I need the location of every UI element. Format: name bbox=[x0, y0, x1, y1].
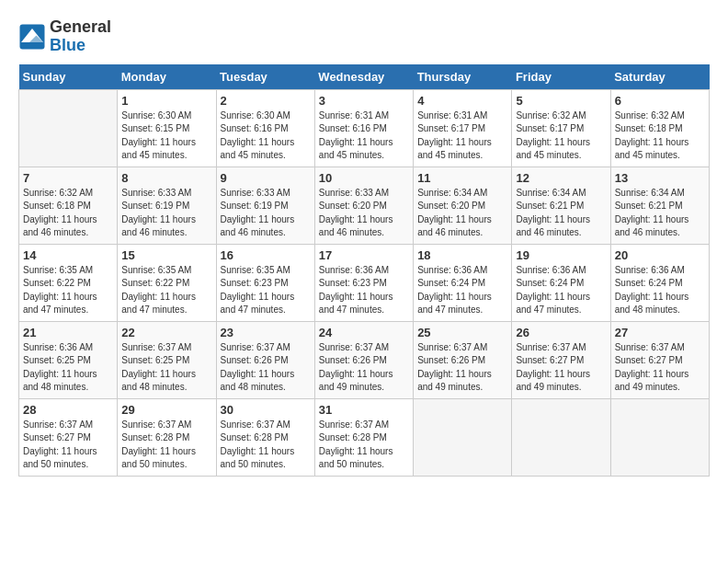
day-info: Sunrise: 6:37 AM Sunset: 6:26 PM Dayligh… bbox=[221, 341, 311, 395]
day-info: Sunrise: 6:32 AM Sunset: 6:18 PM Dayligh… bbox=[615, 109, 705, 163]
day-number: 24 bbox=[319, 326, 409, 339]
page-header: GeneralBlue bbox=[18, 18, 710, 55]
day-info: Sunrise: 6:37 AM Sunset: 6:26 PM Dayligh… bbox=[417, 341, 507, 395]
day-number: 8 bbox=[121, 171, 211, 185]
calendar-cell: 18Sunrise: 6:36 AM Sunset: 6:24 PM Dayli… bbox=[414, 244, 512, 321]
logo-icon bbox=[18, 23, 46, 51]
day-info: Sunrise: 6:33 AM Sunset: 6:19 PM Dayligh… bbox=[121, 187, 211, 240]
day-info: Sunrise: 6:37 AM Sunset: 6:28 PM Dayligh… bbox=[221, 419, 311, 472]
calendar-cell: 6Sunrise: 6:32 AM Sunset: 6:18 PM Daylig… bbox=[610, 89, 709, 167]
calendar-cell: 19Sunrise: 6:36 AM Sunset: 6:24 PM Dayli… bbox=[512, 244, 610, 321]
calendar-cell: 31Sunrise: 6:37 AM Sunset: 6:28 PM Dayli… bbox=[314, 398, 413, 476]
calendar-cell: 24Sunrise: 6:37 AM Sunset: 6:26 PM Dayli… bbox=[314, 321, 413, 398]
calendar-cell: 27Sunrise: 6:37 AM Sunset: 6:27 PM Dayli… bbox=[610, 321, 709, 398]
calendar-cell bbox=[610, 398, 709, 476]
calendar-cell: 9Sunrise: 6:33 AM Sunset: 6:19 PM Daylig… bbox=[216, 167, 314, 244]
calendar-cell: 3Sunrise: 6:31 AM Sunset: 6:16 PM Daylig… bbox=[314, 89, 413, 167]
day-number: 9 bbox=[221, 171, 311, 185]
calendar-cell: 12Sunrise: 6:34 AM Sunset: 6:21 PM Dayli… bbox=[512, 167, 610, 244]
day-info: Sunrise: 6:36 AM Sunset: 6:24 PM Dayligh… bbox=[516, 264, 606, 317]
day-info: Sunrise: 6:33 AM Sunset: 6:20 PM Dayligh… bbox=[319, 187, 409, 240]
day-number: 7 bbox=[23, 171, 113, 185]
day-number: 18 bbox=[417, 248, 507, 262]
calendar-cell: 26Sunrise: 6:37 AM Sunset: 6:27 PM Dayli… bbox=[512, 321, 610, 398]
calendar-cell: 5Sunrise: 6:32 AM Sunset: 6:17 PM Daylig… bbox=[512, 89, 610, 167]
day-number: 16 bbox=[221, 248, 311, 262]
day-info: Sunrise: 6:37 AM Sunset: 6:28 PM Dayligh… bbox=[319, 419, 409, 472]
day-of-week-header: Friday bbox=[512, 64, 610, 90]
calendar-cell: 21Sunrise: 6:36 AM Sunset: 6:25 PM Dayli… bbox=[19, 321, 118, 398]
day-number: 5 bbox=[516, 94, 606, 108]
day-number: 21 bbox=[23, 326, 113, 339]
day-number: 25 bbox=[417, 326, 507, 339]
calendar-cell: 13Sunrise: 6:34 AM Sunset: 6:21 PM Dayli… bbox=[610, 167, 709, 244]
calendar-cell: 2Sunrise: 6:30 AM Sunset: 6:16 PM Daylig… bbox=[216, 89, 314, 167]
day-info: Sunrise: 6:32 AM Sunset: 6:17 PM Dayligh… bbox=[516, 109, 606, 163]
calendar-cell: 10Sunrise: 6:33 AM Sunset: 6:20 PM Dayli… bbox=[314, 167, 413, 244]
calendar-cell: 14Sunrise: 6:35 AM Sunset: 6:22 PM Dayli… bbox=[19, 244, 118, 321]
day-info: Sunrise: 6:32 AM Sunset: 6:18 PM Dayligh… bbox=[23, 187, 113, 240]
day-info: Sunrise: 6:36 AM Sunset: 6:25 PM Dayligh… bbox=[23, 341, 113, 395]
logo-text: GeneralBlue bbox=[50, 18, 111, 55]
day-number: 23 bbox=[221, 326, 311, 339]
day-info: Sunrise: 6:37 AM Sunset: 6:28 PM Dayligh… bbox=[121, 419, 211, 472]
calendar-cell: 28Sunrise: 6:37 AM Sunset: 6:27 PM Dayli… bbox=[19, 398, 118, 476]
calendar-cell bbox=[414, 398, 512, 476]
calendar-cell bbox=[512, 398, 610, 476]
calendar-cell: 4Sunrise: 6:31 AM Sunset: 6:17 PM Daylig… bbox=[414, 89, 512, 167]
day-number: 4 bbox=[417, 94, 507, 108]
calendar-cell: 23Sunrise: 6:37 AM Sunset: 6:26 PM Dayli… bbox=[216, 321, 314, 398]
day-info: Sunrise: 6:30 AM Sunset: 6:16 PM Dayligh… bbox=[221, 109, 311, 163]
day-number: 12 bbox=[516, 171, 606, 185]
day-number: 29 bbox=[121, 403, 211, 417]
day-number: 3 bbox=[319, 94, 409, 108]
calendar-cell: 11Sunrise: 6:34 AM Sunset: 6:20 PM Dayli… bbox=[414, 167, 512, 244]
day-number: 11 bbox=[417, 171, 507, 185]
calendar-cell bbox=[19, 89, 118, 167]
day-info: Sunrise: 6:35 AM Sunset: 6:23 PM Dayligh… bbox=[221, 264, 311, 317]
day-info: Sunrise: 6:37 AM Sunset: 6:27 PM Dayligh… bbox=[615, 341, 705, 395]
calendar-cell: 30Sunrise: 6:37 AM Sunset: 6:28 PM Dayli… bbox=[216, 398, 314, 476]
day-number: 10 bbox=[319, 171, 409, 185]
day-of-week-header: Wednesday bbox=[314, 64, 413, 90]
day-number: 15 bbox=[121, 248, 211, 262]
day-number: 28 bbox=[23, 403, 113, 417]
day-number: 30 bbox=[221, 403, 311, 417]
day-of-week-header: Thursday bbox=[414, 64, 512, 90]
day-info: Sunrise: 6:37 AM Sunset: 6:26 PM Dayligh… bbox=[319, 341, 409, 395]
day-info: Sunrise: 6:37 AM Sunset: 6:27 PM Dayligh… bbox=[23, 419, 113, 472]
day-number: 14 bbox=[23, 248, 113, 262]
day-info: Sunrise: 6:31 AM Sunset: 6:17 PM Dayligh… bbox=[417, 109, 507, 163]
day-number: 31 bbox=[319, 403, 409, 417]
calendar-cell: 16Sunrise: 6:35 AM Sunset: 6:23 PM Dayli… bbox=[216, 244, 314, 321]
day-number: 20 bbox=[615, 248, 705, 262]
day-number: 1 bbox=[121, 94, 211, 108]
day-number: 27 bbox=[615, 326, 705, 339]
calendar-cell: 7Sunrise: 6:32 AM Sunset: 6:18 PM Daylig… bbox=[19, 167, 118, 244]
calendar-cell: 29Sunrise: 6:37 AM Sunset: 6:28 PM Dayli… bbox=[118, 398, 216, 476]
day-of-week-header: Monday bbox=[118, 64, 216, 90]
day-info: Sunrise: 6:36 AM Sunset: 6:24 PM Dayligh… bbox=[615, 264, 705, 317]
day-info: Sunrise: 6:36 AM Sunset: 6:23 PM Dayligh… bbox=[319, 264, 409, 317]
calendar-table: SundayMondayTuesdayWednesdayThursdayFrid… bbox=[18, 64, 710, 477]
day-info: Sunrise: 6:37 AM Sunset: 6:27 PM Dayligh… bbox=[516, 341, 606, 395]
day-of-week-header: Sunday bbox=[19, 64, 118, 90]
day-number: 22 bbox=[121, 326, 211, 339]
day-info: Sunrise: 6:37 AM Sunset: 6:25 PM Dayligh… bbox=[121, 341, 211, 395]
day-number: 13 bbox=[615, 171, 705, 185]
calendar-cell: 20Sunrise: 6:36 AM Sunset: 6:24 PM Dayli… bbox=[610, 244, 709, 321]
calendar-cell: 15Sunrise: 6:35 AM Sunset: 6:22 PM Dayli… bbox=[118, 244, 216, 321]
calendar-cell: 25Sunrise: 6:37 AM Sunset: 6:26 PM Dayli… bbox=[414, 321, 512, 398]
day-info: Sunrise: 6:36 AM Sunset: 6:24 PM Dayligh… bbox=[417, 264, 507, 317]
day-number: 26 bbox=[516, 326, 606, 339]
day-info: Sunrise: 6:33 AM Sunset: 6:19 PM Dayligh… bbox=[221, 187, 311, 240]
day-number: 19 bbox=[516, 248, 606, 262]
day-of-week-header: Tuesday bbox=[216, 64, 314, 90]
calendar-cell: 1Sunrise: 6:30 AM Sunset: 6:15 PM Daylig… bbox=[118, 89, 216, 167]
day-number: 17 bbox=[319, 248, 409, 262]
day-info: Sunrise: 6:35 AM Sunset: 6:22 PM Dayligh… bbox=[23, 264, 113, 317]
logo: GeneralBlue bbox=[18, 18, 111, 55]
calendar-cell: 17Sunrise: 6:36 AM Sunset: 6:23 PM Dayli… bbox=[314, 244, 413, 321]
day-info: Sunrise: 6:35 AM Sunset: 6:22 PM Dayligh… bbox=[121, 264, 211, 317]
calendar-cell: 22Sunrise: 6:37 AM Sunset: 6:25 PM Dayli… bbox=[118, 321, 216, 398]
